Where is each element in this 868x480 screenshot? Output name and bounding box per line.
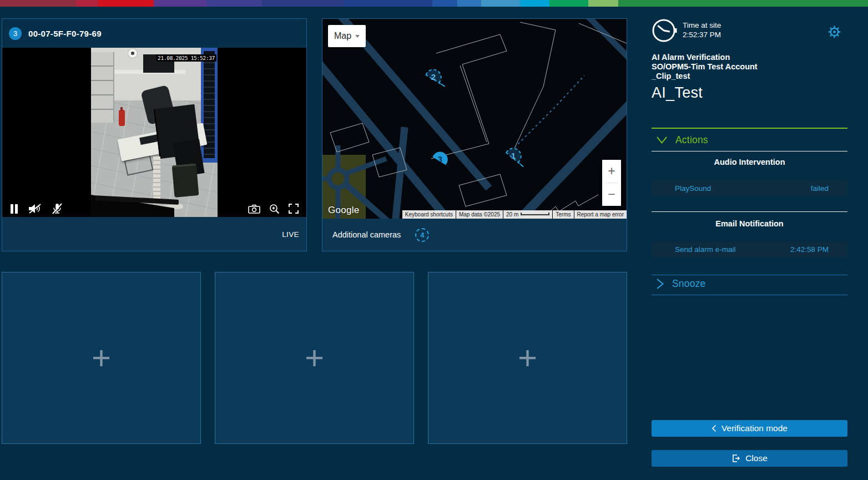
alarm-verification-window: 3 00-07-5F-F0-79-69 21.08.2025 15:52:37 xyxy=(0,0,868,480)
alarm-clip: _Clip_test xyxy=(652,72,758,81)
map-canvas: 2 3 1 xyxy=(322,19,627,219)
dropdown-arrow-icon xyxy=(355,35,360,38)
clock-icon xyxy=(652,18,678,43)
snapshot-camera-icon[interactable] xyxy=(248,204,260,214)
divider xyxy=(652,275,847,275)
video-timestamp-overlay: 21.08.2025 15:52:37 xyxy=(156,54,216,62)
camera-video[interactable]: 21.08.2025 15:52:37 xyxy=(2,48,306,217)
pause-icon[interactable] xyxy=(10,204,18,214)
map-marker-label: 2 xyxy=(431,72,436,82)
google-map[interactable]: 2 3 1 Map + − Google xyxy=(322,19,627,219)
audio-action-row: PlaySound failed xyxy=(652,180,847,196)
action-name: Send alarm e-mail xyxy=(675,245,736,254)
google-logo: Google xyxy=(328,205,360,216)
add-camera-tile-1[interactable]: + xyxy=(2,272,201,444)
divider xyxy=(652,151,847,151)
alarm-account: SO/OPM5-Tim Test Account xyxy=(652,62,758,72)
additional-cameras-label: Additional cameras xyxy=(332,230,401,239)
action-result: 2:42:58 PM xyxy=(790,245,829,254)
close-button[interactable]: Close xyxy=(652,450,847,467)
map-marker-label: 1 xyxy=(511,151,516,160)
plus-icon: + xyxy=(518,341,537,375)
camera-number-badge: 3 xyxy=(9,27,22,40)
plus-icon: + xyxy=(305,341,324,375)
time-at-site-label: Time at site xyxy=(683,21,721,29)
divider xyxy=(652,211,847,212)
verification-mode-button[interactable]: Verification mode xyxy=(652,420,847,437)
map-attribution-bar: Keyboard shortcuts Map data ©2025 20 m T… xyxy=(402,210,627,219)
actions-top-rule xyxy=(652,128,847,129)
map-footer: Additional cameras 4 xyxy=(322,219,627,251)
actions-header-label: Actions xyxy=(675,134,708,146)
additional-cameras-badge[interactable]: 4 xyxy=(415,228,429,242)
camera-panel: 3 00-07-5F-F0-79-69 21.08.2025 15:52:37 xyxy=(2,18,307,251)
map-scale: 20 m xyxy=(503,210,552,219)
map-panel: 2 3 1 Map + − Google xyxy=(322,18,627,251)
plus-icon: + xyxy=(92,341,111,375)
alarm-sidebar: Time at site 2:52:37 PM AI Alarm Verific… xyxy=(652,18,847,473)
snooze-section-header[interactable]: Snooze xyxy=(656,278,706,290)
camera-controls-bar xyxy=(2,200,306,217)
map-type-button[interactable]: Map xyxy=(328,25,366,47)
divider xyxy=(652,295,847,295)
report-map-error-link[interactable]: Report a map error xyxy=(574,210,627,219)
speaker-muted-icon[interactable] xyxy=(28,204,42,214)
scale-bar xyxy=(521,213,549,215)
add-camera-tile-3[interactable]: + xyxy=(428,272,627,444)
add-camera-tile-2[interactable]: + xyxy=(215,272,414,444)
alarm-type: AI Alarm Verification xyxy=(652,53,758,62)
map-zoom-out-button[interactable]: − xyxy=(602,183,621,206)
map-scale-label: 20 m xyxy=(506,210,518,219)
camera-video-frame: 21.08.2025 15:52:37 xyxy=(91,48,218,217)
close-label: Close xyxy=(745,453,768,463)
chevron-down-icon xyxy=(656,136,668,144)
keyboard-shortcuts-button[interactable]: Keyboard shortcuts xyxy=(402,210,456,219)
map-type-label: Map xyxy=(334,31,351,41)
map-zoom-control: + − xyxy=(602,160,621,206)
terms-link[interactable]: Terms xyxy=(553,210,573,219)
brand-color-strip xyxy=(0,0,868,7)
chevron-right-icon xyxy=(656,278,664,290)
zoom-in-icon[interactable] xyxy=(269,204,280,214)
camera-footer: LIVE xyxy=(2,217,306,251)
camera-title: 00-07-5F-F0-79-69 xyxy=(28,29,102,38)
time-at-site-value: 2:52:37 PM xyxy=(683,31,721,39)
map-data-label: Map data ©2025 xyxy=(456,210,503,219)
verification-mode-label: Verification mode xyxy=(721,423,788,433)
action-name: PlaySound xyxy=(675,184,711,193)
email-notification-title: Email Notification xyxy=(652,219,847,228)
fullscreen-icon[interactable] xyxy=(289,204,299,214)
audio-intervention-title: Audio Intervention xyxy=(652,158,847,166)
actions-section-header[interactable]: Actions xyxy=(656,134,708,146)
alarm-name: AI_Test xyxy=(652,84,758,102)
time-at-site-row: Time at site 2:52:37 PM xyxy=(652,18,847,43)
email-action-row: Send alarm e-mail 2:42:58 PM xyxy=(652,241,847,257)
chevron-left-icon xyxy=(711,425,716,432)
microphone-muted-icon[interactable] xyxy=(52,203,63,214)
gear-icon[interactable] xyxy=(828,26,841,38)
live-status-label: LIVE xyxy=(282,230,299,239)
map-marker-label: 3 xyxy=(438,154,442,164)
action-result: failed xyxy=(811,184,829,193)
alarm-info-block: AI Alarm Verification SO/OPM5-Tim Test A… xyxy=(652,53,758,102)
map-zoom-in-button[interactable]: + xyxy=(602,160,621,183)
camera-header: 3 00-07-5F-F0-79-69 xyxy=(2,19,306,48)
snooze-header-label: Snooze xyxy=(672,278,706,290)
exit-icon xyxy=(731,454,740,463)
